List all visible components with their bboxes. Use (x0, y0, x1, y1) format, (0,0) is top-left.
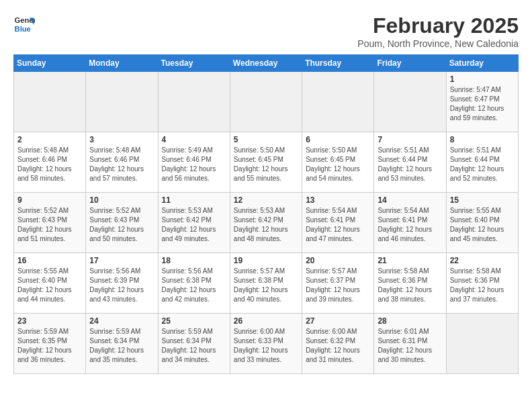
day-detail: Sunrise: 5:55 AM Sunset: 6:40 PM Dayligh… (17, 267, 82, 304)
day-number: 22 (450, 256, 515, 265)
day-number: 6 (306, 135, 370, 144)
calendar-cell (446, 314, 518, 374)
calendar-cell: 6Sunrise: 5:50 AM Sunset: 6:45 PM Daylig… (302, 132, 374, 193)
day-detail: Sunrise: 5:53 AM Sunset: 6:42 PM Dayligh… (162, 206, 226, 244)
calendar-cell: 2Sunrise: 5:48 AM Sunset: 6:46 PM Daylig… (14, 132, 86, 193)
day-detail: Sunrise: 5:56 AM Sunset: 6:39 PM Dayligh… (89, 267, 154, 304)
day-detail: Sunrise: 5:59 AM Sunset: 6:35 PM Dayligh… (17, 327, 82, 365)
day-number: 11 (162, 195, 226, 205)
day-detail: Sunrise: 5:52 AM Sunset: 6:43 PM Dayligh… (89, 206, 154, 244)
day-detail: Sunrise: 5:49 AM Sunset: 6:46 PM Dayligh… (162, 146, 226, 183)
day-detail: Sunrise: 6:00 AM Sunset: 6:32 PM Dayligh… (306, 327, 370, 365)
day-number: 15 (450, 195, 515, 205)
calendar-cell: 26Sunrise: 6:00 AM Sunset: 6:33 PM Dayli… (230, 314, 302, 374)
calendar-week-5: 23Sunrise: 5:59 AM Sunset: 6:35 PM Dayli… (14, 314, 519, 374)
day-detail: Sunrise: 5:51 AM Sunset: 6:44 PM Dayligh… (450, 146, 515, 183)
col-header-saturday: Saturday (446, 55, 518, 72)
calendar-cell: 12Sunrise: 5:53 AM Sunset: 6:42 PM Dayli… (230, 193, 302, 253)
day-detail: Sunrise: 5:51 AM Sunset: 6:44 PM Dayligh… (378, 146, 442, 183)
day-number: 12 (234, 195, 298, 205)
calendar-cell (158, 72, 230, 132)
calendar-cell: 28Sunrise: 6:01 AM Sunset: 6:31 PM Dayli… (374, 314, 446, 374)
day-number: 24 (89, 316, 154, 326)
calendar-cell: 10Sunrise: 5:52 AM Sunset: 6:43 PM Dayli… (86, 193, 158, 253)
day-number: 4 (162, 135, 226, 144)
location-subtitle: Poum, North Province, New Caledonia (357, 38, 519, 49)
day-detail: Sunrise: 5:59 AM Sunset: 6:34 PM Dayligh… (89, 327, 154, 365)
calendar-cell: 21Sunrise: 5:58 AM Sunset: 6:36 PM Dayli… (374, 253, 446, 314)
day-number: 1 (450, 75, 515, 84)
day-detail: Sunrise: 6:00 AM Sunset: 6:33 PM Dayligh… (234, 327, 298, 365)
calendar-cell: 19Sunrise: 5:57 AM Sunset: 6:38 PM Dayli… (230, 253, 302, 314)
day-number: 2 (17, 135, 82, 144)
svg-text:Blue: Blue (15, 25, 31, 33)
calendar-cell: 23Sunrise: 5:59 AM Sunset: 6:35 PM Dayli… (14, 314, 86, 374)
day-number: 7 (378, 135, 442, 144)
day-detail: Sunrise: 5:57 AM Sunset: 6:37 PM Dayligh… (306, 267, 370, 304)
day-detail: Sunrise: 6:01 AM Sunset: 6:31 PM Dayligh… (378, 327, 442, 365)
calendar-header-row: SundayMondayTuesdayWednesdayThursdayFrid… (14, 55, 519, 72)
calendar-week-2: 2Sunrise: 5:48 AM Sunset: 6:46 PM Daylig… (14, 132, 519, 193)
day-detail: Sunrise: 5:48 AM Sunset: 6:46 PM Dayligh… (89, 146, 154, 183)
day-detail: Sunrise: 5:59 AM Sunset: 6:34 PM Dayligh… (162, 327, 226, 365)
calendar-cell: 16Sunrise: 5:55 AM Sunset: 6:40 PM Dayli… (14, 253, 86, 314)
title-block: February 2025 Poum, North Province, New … (357, 13, 519, 49)
day-detail: Sunrise: 5:52 AM Sunset: 6:43 PM Dayligh… (17, 206, 82, 244)
day-number: 3 (89, 135, 154, 144)
calendar-cell: 22Sunrise: 5:58 AM Sunset: 6:36 PM Dayli… (446, 253, 518, 314)
calendar-cell: 14Sunrise: 5:54 AM Sunset: 6:41 PM Dayli… (374, 193, 446, 253)
day-detail: Sunrise: 5:57 AM Sunset: 6:38 PM Dayligh… (234, 267, 298, 304)
calendar-cell (374, 72, 446, 132)
calendar-week-1: 1Sunrise: 5:47 AM Sunset: 6:47 PM Daylig… (14, 72, 519, 132)
day-detail: Sunrise: 5:50 AM Sunset: 6:45 PM Dayligh… (306, 146, 370, 183)
day-number: 14 (378, 195, 442, 205)
col-header-wednesday: Wednesday (230, 55, 302, 72)
month-title: February 2025 (357, 13, 519, 38)
day-number: 9 (17, 195, 82, 205)
day-detail: Sunrise: 5:47 AM Sunset: 6:47 PM Dayligh… (450, 85, 515, 123)
day-number: 8 (450, 135, 515, 144)
col-header-thursday: Thursday (302, 55, 374, 72)
calendar-week-4: 16Sunrise: 5:55 AM Sunset: 6:40 PM Dayli… (14, 253, 519, 314)
day-number: 21 (378, 256, 442, 265)
day-detail: Sunrise: 5:54 AM Sunset: 6:41 PM Dayligh… (306, 206, 370, 244)
day-detail: Sunrise: 5:48 AM Sunset: 6:46 PM Dayligh… (17, 146, 82, 183)
day-detail: Sunrise: 5:54 AM Sunset: 6:41 PM Dayligh… (378, 206, 442, 244)
day-number: 18 (162, 256, 226, 265)
calendar-table: SundayMondayTuesdayWednesdayThursdayFrid… (13, 54, 519, 374)
day-number: 19 (234, 256, 298, 265)
calendar-cell (230, 72, 302, 132)
col-header-sunday: Sunday (14, 55, 86, 72)
day-number: 5 (234, 135, 298, 144)
col-header-friday: Friday (374, 55, 446, 72)
logo: General Blue (13, 13, 38, 35)
day-number: 13 (306, 195, 370, 205)
calendar-cell: 5Sunrise: 5:50 AM Sunset: 6:45 PM Daylig… (230, 132, 302, 193)
calendar-cell: 8Sunrise: 5:51 AM Sunset: 6:44 PM Daylig… (446, 132, 518, 193)
calendar-cell: 24Sunrise: 5:59 AM Sunset: 6:34 PM Dayli… (86, 314, 158, 374)
day-number: 25 (162, 316, 226, 326)
day-number: 10 (89, 195, 154, 205)
day-number: 28 (378, 316, 442, 326)
day-detail: Sunrise: 5:55 AM Sunset: 6:40 PM Dayligh… (450, 206, 515, 244)
calendar-cell (302, 72, 374, 132)
calendar-cell: 1Sunrise: 5:47 AM Sunset: 6:47 PM Daylig… (446, 72, 518, 132)
calendar-cell: 3Sunrise: 5:48 AM Sunset: 6:46 PM Daylig… (86, 132, 158, 193)
calendar-cell: 27Sunrise: 6:00 AM Sunset: 6:32 PM Dayli… (302, 314, 374, 374)
page-header: General Blue February 2025 Poum, North P… (13, 13, 519, 49)
day-detail: Sunrise: 5:58 AM Sunset: 6:36 PM Dayligh… (450, 267, 515, 304)
calendar-cell: 18Sunrise: 5:56 AM Sunset: 6:38 PM Dayli… (158, 253, 230, 314)
calendar-cell: 9Sunrise: 5:52 AM Sunset: 6:43 PM Daylig… (14, 193, 86, 253)
day-number: 17 (89, 256, 154, 265)
day-number: 27 (306, 316, 370, 326)
day-detail: Sunrise: 5:56 AM Sunset: 6:38 PM Dayligh… (162, 267, 226, 304)
calendar-cell (86, 72, 158, 132)
day-number: 26 (234, 316, 298, 326)
calendar-cell: 13Sunrise: 5:54 AM Sunset: 6:41 PM Dayli… (302, 193, 374, 253)
calendar-cell (14, 72, 86, 132)
logo-icon: General Blue (13, 13, 35, 35)
col-header-monday: Monday (86, 55, 158, 72)
calendar-cell: 25Sunrise: 5:59 AM Sunset: 6:34 PM Dayli… (158, 314, 230, 374)
day-number: 20 (306, 256, 370, 265)
calendar-cell: 15Sunrise: 5:55 AM Sunset: 6:40 PM Dayli… (446, 193, 518, 253)
